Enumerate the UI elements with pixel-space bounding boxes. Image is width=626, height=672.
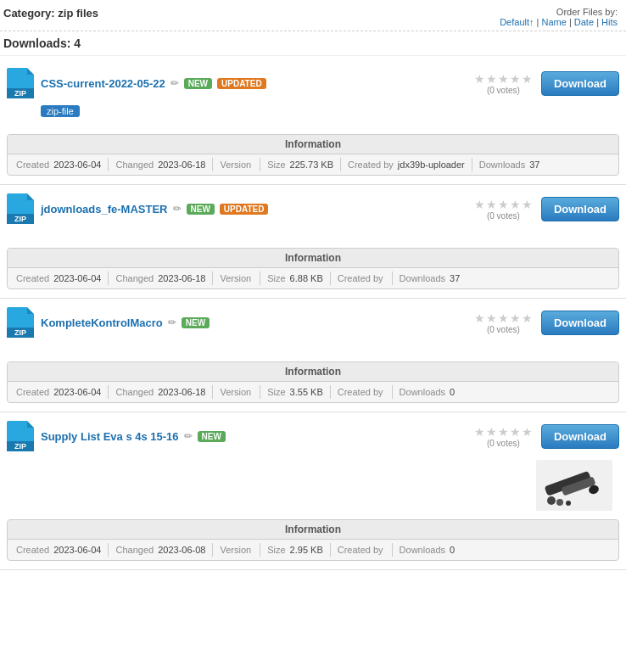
stars-area: ★ ★ ★ ★ ★ (0 votes) xyxy=(474,72,533,95)
order-date-link[interactable]: Date xyxy=(574,17,594,27)
info-downloads: Downloads 0 xyxy=(393,543,462,557)
info-row: Created 2023-06-04 Changed 2023-06-08 Ve… xyxy=(8,540,618,560)
top-bar: Category: zip files Order Files by: Defa… xyxy=(0,0,626,31)
info-size: Size 3.55 KB xyxy=(260,385,331,399)
info-downloads: Downloads 0 xyxy=(393,385,462,399)
stars: ★ ★ ★ ★ ★ xyxy=(474,198,533,211)
file-title-row: Supply List Eva s 4s 15-16 ✏ NEW xyxy=(41,430,474,443)
thumbnail-svg xyxy=(536,460,612,511)
info-size: Size 225.73 KB xyxy=(260,158,341,171)
stars-area: ★ ★ ★ ★ ★ (0 votes) xyxy=(474,198,533,221)
file-name-link[interactable]: Supply List Eva s 4s 15-16 xyxy=(41,430,179,443)
info-changed: Changed 2023-06-18 xyxy=(109,272,213,285)
info-downloads: Downloads 37 xyxy=(393,272,467,285)
stars: ★ ★ ★ ★ ★ xyxy=(474,72,533,86)
info-created-by: Created by xyxy=(331,272,393,285)
file-title-row: CSS-current-2022-05-22 ✏ NEW UPDATED xyxy=(41,77,474,90)
download-button[interactable]: Download xyxy=(541,424,619,449)
votes-text: (0 votes) xyxy=(487,325,520,334)
file-main: CSS-current-2022-05-22 ✏ NEW UPDATED xyxy=(41,77,474,90)
order-box: Order Files by: Default↑ | Name | Date |… xyxy=(500,7,618,27)
tag-row: zip-file xyxy=(41,105,619,117)
order-label: Order Files by: xyxy=(556,7,618,17)
file-name-link[interactable]: jdownloads_fe-MASTER xyxy=(41,203,168,216)
download-button[interactable]: Download xyxy=(541,311,619,335)
order-default-link[interactable]: Default↑ xyxy=(500,17,534,27)
file-section: ZIP KompleteKontrolMacro ✏ NEW ★ ★ ★ ★ ★… xyxy=(0,299,626,412)
thumbnail-area xyxy=(0,455,626,514)
svg-point-4 xyxy=(547,496,556,505)
file-main: KompleteKontrolMacro ✏ NEW xyxy=(41,316,474,329)
info-downloads: Downloads 37 xyxy=(472,158,547,171)
info-row: Created 2023-06-04 Changed 2023-06-18 Ve… xyxy=(8,382,618,402)
file-main: Supply List Eva s 4s 15-16 ✏ NEW xyxy=(41,430,474,443)
edit-icon[interactable]: ✏ xyxy=(173,203,182,215)
file-row: ZIP CSS-current-2022-05-22 ✏ NEW UPDATED… xyxy=(0,64,626,102)
zip-icon: ZIP xyxy=(7,68,34,98)
file-name-link[interactable]: KompleteKontrolMacro xyxy=(41,316,163,329)
info-header: Information xyxy=(8,520,618,540)
file-title-row: KompleteKontrolMacro ✏ NEW xyxy=(41,316,474,329)
file-row: ZIP KompleteKontrolMacro ✏ NEW ★ ★ ★ ★ ★… xyxy=(0,304,626,341)
info-box: Information Created 2023-06-04 Changed 2… xyxy=(7,134,619,176)
info-box: Information Created 2023-06-04 Changed 2… xyxy=(7,519,619,561)
info-created: Created 2023-06-04 xyxy=(9,543,109,557)
info-size: Size 6.88 KB xyxy=(260,272,331,285)
svg-point-6 xyxy=(566,501,571,506)
zip-icon: ZIP xyxy=(7,421,34,451)
file-row: ZIP jdownloads_fe-MASTER ✏ NEW UPDATED ★… xyxy=(0,190,626,227)
download-button[interactable]: Download xyxy=(541,71,619,96)
stars: ★ ★ ★ ★ ★ xyxy=(474,311,533,325)
info-changed: Changed 2023-06-18 xyxy=(109,385,213,399)
info-created-by: Created by jdx39b-uploader xyxy=(341,158,472,171)
category-label: Category: zip files xyxy=(3,7,98,20)
file-thumbnail xyxy=(536,460,612,511)
download-button[interactable]: Download xyxy=(541,197,619,221)
edit-icon[interactable]: ✏ xyxy=(184,430,193,442)
badge-new: NEW xyxy=(198,431,226,442)
file-tag[interactable]: zip-file xyxy=(41,105,80,117)
info-box: Information Created 2023-06-04 Changed 2… xyxy=(7,361,619,403)
downloads-count: Downloads: 4 xyxy=(0,31,626,56)
edit-icon[interactable]: ✏ xyxy=(168,316,176,328)
info-box: Information Created 2023-06-04 Changed 2… xyxy=(7,248,619,289)
file-name-link[interactable]: CSS-current-2022-05-22 xyxy=(41,77,165,90)
file-section: ZIP CSS-current-2022-05-22 ✏ NEW UPDATED… xyxy=(0,59,626,185)
stars-area: ★ ★ ★ ★ ★ (0 votes) xyxy=(474,311,533,334)
file-main: jdownloads_fe-MASTER ✏ NEW UPDATED xyxy=(41,203,474,216)
votes-text: (0 votes) xyxy=(487,86,520,95)
info-created: Created 2023-06-04 xyxy=(9,158,109,171)
badge-new: NEW xyxy=(187,204,215,215)
badge-updated: UPDATED xyxy=(217,78,266,89)
info-version: Version xyxy=(213,385,260,399)
stars: ★ ★ ★ ★ ★ xyxy=(474,425,533,439)
file-row: ZIP Supply List Eva s 4s 15-16 ✏ NEW ★ ★… xyxy=(0,417,626,455)
info-created-by: Created by xyxy=(331,543,393,557)
info-changed: Changed 2023-06-18 xyxy=(109,158,213,171)
file-section: ZIP Supply List Eva s 4s 15-16 ✏ NEW ★ ★… xyxy=(0,412,626,570)
zip-icon: ZIP xyxy=(7,307,34,338)
votes-text: (0 votes) xyxy=(487,439,520,448)
info-created: Created 2023-06-04 xyxy=(9,385,109,399)
info-header: Information xyxy=(8,362,618,382)
badge-new: NEW xyxy=(182,317,210,328)
edit-icon[interactable]: ✏ xyxy=(170,77,179,89)
order-name-link[interactable]: Name xyxy=(541,17,566,27)
zip-icon: ZIP xyxy=(7,193,34,224)
info-version: Version xyxy=(213,272,260,285)
order-hits-link[interactable]: Hits xyxy=(601,17,618,27)
info-version: Version xyxy=(213,543,260,557)
stars-area: ★ ★ ★ ★ ★ (0 votes) xyxy=(474,425,533,448)
svg-point-5 xyxy=(556,499,563,506)
info-version: Version xyxy=(213,158,260,171)
file-section: ZIP jdownloads_fe-MASTER ✏ NEW UPDATED ★… xyxy=(0,185,626,299)
badge-new: NEW xyxy=(184,78,212,89)
info-created-by: Created by xyxy=(331,385,393,399)
votes-text: (0 votes) xyxy=(487,211,520,221)
badge-updated: UPDATED xyxy=(220,204,269,215)
info-row: Created 2023-06-04 Changed 2023-06-18 Ve… xyxy=(8,154,618,175)
info-created: Created 2023-06-04 xyxy=(9,272,109,285)
info-size: Size 2.95 KB xyxy=(260,543,331,557)
file-title-row: jdownloads_fe-MASTER ✏ NEW UPDATED xyxy=(41,203,474,216)
info-row: Created 2023-06-04 Changed 2023-06-18 Ve… xyxy=(8,268,618,288)
